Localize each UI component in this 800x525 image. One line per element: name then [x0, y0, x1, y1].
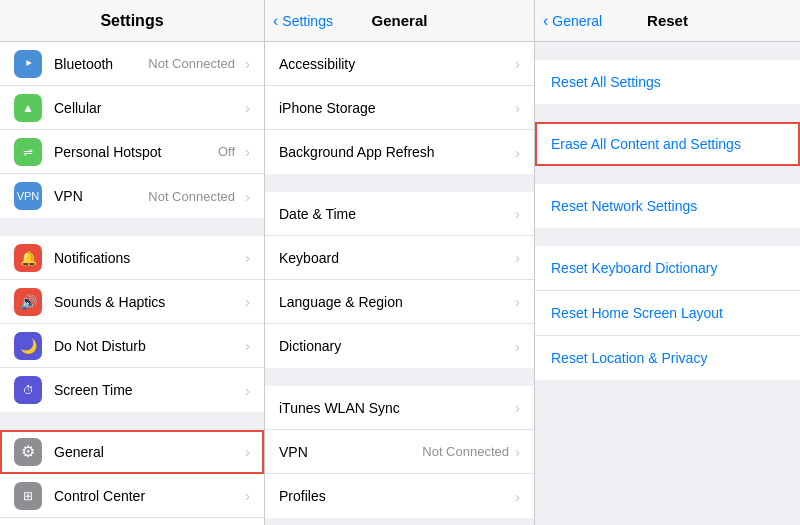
reset-keyboard-label: Reset Keyboard Dictionary — [551, 260, 784, 276]
vpn-icon: VPN — [14, 182, 42, 210]
back-chevron-icon: ‹ — [273, 12, 278, 30]
hotspot-value: Off — [218, 144, 235, 159]
mid-group-3: iTunes WLAN Sync › VPN Not Connected › P… — [265, 386, 534, 518]
chevron-right-icon: › — [515, 99, 520, 116]
mid-item-background-refresh[interactable]: Background App Refresh › — [265, 130, 534, 174]
control-center-label: Control Center — [54, 488, 241, 504]
chevron-right-icon: › — [245, 188, 250, 205]
screen-time-icon: ⏱ — [14, 376, 42, 404]
right-item-reset-all-settings[interactable]: Reset All Settings — [535, 60, 800, 104]
chevron-right-icon: › — [515, 205, 520, 222]
chevron-right-icon: › — [245, 382, 250, 399]
sounds-icon: 🔊 — [14, 288, 42, 316]
vpn-value: Not Connected — [148, 189, 235, 204]
sidebar-item-general[interactable]: ⚙ General › — [0, 430, 264, 474]
dnd-icon: 🌙 — [14, 332, 42, 360]
right-back-button[interactable]: ‹ General — [543, 12, 602, 30]
vpn-label: VPN — [279, 444, 422, 460]
mid-item-date-time[interactable]: Date & Time › — [265, 192, 534, 236]
sidebar-item-screen-time[interactable]: ⏱ Screen Time › — [0, 368, 264, 412]
left-scroll: ‣ Bluetooth Not Connected › ▲ Cellular ›… — [0, 42, 264, 525]
right-title: Reset — [647, 12, 688, 29]
chevron-right-icon: › — [245, 293, 250, 310]
sounds-label: Sounds & Haptics — [54, 294, 241, 310]
right-back-label: General — [552, 13, 602, 29]
chevron-right-icon: › — [515, 293, 520, 310]
sidebar-item-personal-hotspot[interactable]: ⇌ Personal Hotspot Off › — [0, 130, 264, 174]
mid-scroll: Accessibility › iPhone Storage › Backgro… — [265, 42, 534, 525]
sidebar-item-notifications[interactable]: 🔔 Notifications › — [0, 236, 264, 280]
sidebar-item-bluetooth[interactable]: ‣ Bluetooth Not Connected › — [0, 42, 264, 86]
general-icon: ⚙ — [14, 438, 42, 466]
right-group-4: Reset Keyboard Dictionary Reset Home Scr… — [535, 246, 800, 380]
mid-item-keyboard[interactable]: Keyboard › — [265, 236, 534, 280]
sidebar-item-do-not-disturb[interactable]: 🌙 Do Not Disturb › — [0, 324, 264, 368]
accessibility-label: Accessibility — [279, 56, 515, 72]
bluetooth-value: Not Connected — [148, 56, 235, 71]
control-center-icon: ⊞ — [14, 482, 42, 510]
reset-network-label: Reset Network Settings — [551, 198, 784, 214]
profiles-label: Profiles — [279, 488, 515, 504]
reset-home-screen-label: Reset Home Screen Layout — [551, 305, 784, 321]
mid-back-button[interactable]: ‹ Settings — [273, 12, 333, 30]
hotspot-icon: ⇌ — [14, 138, 42, 166]
sidebar-item-sounds[interactable]: 🔊 Sounds & Haptics › — [0, 280, 264, 324]
mid-item-profiles[interactable]: Profiles › — [265, 474, 534, 518]
back-chevron-icon: ‹ — [543, 12, 548, 30]
right-item-reset-keyboard[interactable]: Reset Keyboard Dictionary — [535, 246, 800, 291]
chevron-right-icon: › — [245, 99, 250, 116]
right-item-reset-location-privacy[interactable]: Reset Location & Privacy — [535, 336, 800, 380]
right-group-1: Reset All Settings — [535, 60, 800, 104]
right-item-reset-home-screen[interactable]: Reset Home Screen Layout — [535, 291, 800, 336]
sidebar-item-vpn[interactable]: VPN VPN Not Connected › — [0, 174, 264, 218]
general-label: General — [54, 444, 241, 460]
chevron-right-icon: › — [515, 338, 520, 355]
right-group-2: Erase All Content and Settings — [535, 122, 800, 166]
mid-back-label: Settings — [282, 13, 333, 29]
mid-item-language-region[interactable]: Language & Region › — [265, 280, 534, 324]
chevron-right-icon: › — [515, 443, 520, 460]
reset-location-privacy-label: Reset Location & Privacy — [551, 350, 784, 366]
right-item-erase-all[interactable]: Erase All Content and Settings — [535, 122, 800, 166]
mid-item-dictionary[interactable]: Dictionary › — [265, 324, 534, 368]
hotspot-label: Personal Hotspot — [54, 144, 218, 160]
mid-group-2: Date & Time › Keyboard › Language & Regi… — [265, 192, 534, 368]
vpn-value: Not Connected — [422, 444, 509, 459]
left-group-3: ⚙ General › ⊞ Control Center › ☀ Display… — [0, 430, 264, 525]
keyboard-label: Keyboard — [279, 250, 515, 266]
sidebar-item-cellular[interactable]: ▲ Cellular › — [0, 86, 264, 130]
mid-item-itunes-wlan[interactable]: iTunes WLAN Sync › — [265, 386, 534, 430]
mid-item-iphone-storage[interactable]: iPhone Storage › — [265, 86, 534, 130]
cellular-icon: ▲ — [14, 94, 42, 122]
left-group-2: 🔔 Notifications › 🔊 Sounds & Haptics › 🌙… — [0, 236, 264, 412]
notifications-label: Notifications — [54, 250, 241, 266]
chevron-right-icon: › — [515, 144, 520, 161]
sidebar-item-display[interactable]: ☀ Display & Brightness › — [0, 518, 264, 525]
chevron-right-icon: › — [245, 443, 250, 460]
vpn-label: VPN — [54, 188, 148, 204]
background-refresh-label: Background App Refresh — [279, 144, 515, 160]
mid-title: General — [372, 12, 428, 29]
right-group-3: Reset Network Settings — [535, 184, 800, 228]
mid-item-accessibility[interactable]: Accessibility › — [265, 42, 534, 86]
mid-item-vpn[interactable]: VPN Not Connected › — [265, 430, 534, 474]
screen-time-label: Screen Time — [54, 382, 241, 398]
left-header: Settings — [0, 0, 264, 42]
reset-all-settings-label: Reset All Settings — [551, 74, 784, 90]
notifications-icon: 🔔 — [14, 244, 42, 272]
chevron-right-icon: › — [245, 55, 250, 72]
right-column: ‹ General Reset Reset All Settings Erase… — [535, 0, 800, 525]
mid-group-1: Accessibility › iPhone Storage › Backgro… — [265, 42, 534, 174]
sidebar-item-control-center[interactable]: ⊞ Control Center › — [0, 474, 264, 518]
chevron-right-icon: › — [515, 55, 520, 72]
left-group-1: ‣ Bluetooth Not Connected › ▲ Cellular ›… — [0, 42, 264, 218]
itunes-wlan-label: iTunes WLAN Sync — [279, 400, 515, 416]
chevron-right-icon: › — [515, 399, 520, 416]
erase-all-label: Erase All Content and Settings — [551, 136, 784, 152]
right-header: ‹ General Reset — [535, 0, 800, 42]
date-time-label: Date & Time — [279, 206, 515, 222]
chevron-right-icon: › — [245, 337, 250, 354]
right-item-reset-network[interactable]: Reset Network Settings — [535, 184, 800, 228]
chevron-right-icon: › — [515, 488, 520, 505]
mid-column: ‹ Settings General Accessibility › iPhon… — [265, 0, 535, 525]
